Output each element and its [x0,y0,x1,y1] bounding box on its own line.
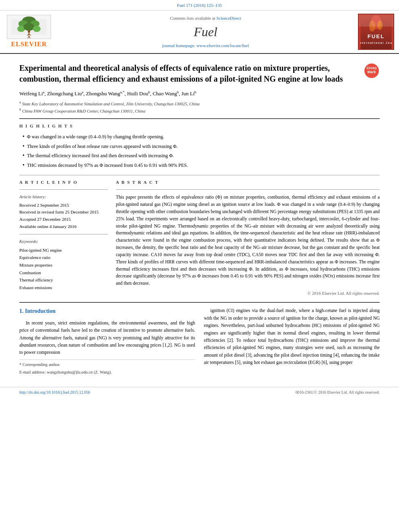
journal-center-info: Contents lists available at ScienceDirec… [53,15,358,49]
article-title: Experimental and theoretical analysis of… [19,63,357,84]
article-info-abstract-cols: A R T I C L E I N F O Article history: R… [19,179,380,296]
corresponding-note: * Corresponding author. [19,362,195,368]
svg-text:An International Journal: An International Journal [360,41,392,44]
keyword-6: Exhaust emissions [19,284,108,292]
article-info-label: A R T I C L E I N F O [19,179,108,185]
author-affiliations: a State Key Laboratory of Automotive Sim… [19,100,380,115]
keywords-label: Keywords: [19,238,108,244]
svg-text:FUEL: FUEL [368,34,385,40]
contents-line: Contents lists available at ScienceDirec… [61,15,350,21]
issn-copyright: 0016-2361/© 2016 Elsevier Ltd. All right… [296,390,380,395]
svg-point-18 [369,21,375,32]
journal-name: Fuel [61,23,350,41]
intro-left-col: 1. Introduction In recent years, strict … [19,307,195,377]
journal-header: ELSEVIER Contents lists available at Sci… [0,10,399,54]
doi-link: http://dx.doi.org/10.1016/j.fuel.2015.12… [19,390,90,395]
affiliation-b: b China FAW Group Cooperation R&D Center… [19,107,380,114]
journal-homepage: journal homepage: www.elsevier.com/locat… [61,43,350,49]
elsevier-brand-label: ELSEVIER [11,40,47,49]
elsevier-logo-block: ELSEVIER [5,15,53,49]
article-info-col: A R T I C L E I N F O Article history: R… [19,179,108,296]
highlight-item-1: Φ was changed in a wide range (0.4–0.9) … [23,132,380,142]
divider-abstract [116,189,380,190]
svg-point-9 [28,31,30,33]
author5: Chao Wangb, [152,90,181,97]
keyword-5: Thermal efficiency [19,276,108,284]
bottom-bar: http://dx.doi.org/10.1016/j.fuel.2015.12… [0,387,399,398]
fuel-logo-box: FUEL An International Journal [358,14,394,50]
divider-info-2 [19,234,108,234]
revised-date: Received in revised form 25 December 201… [19,209,108,216]
keywords-list: Pilot-ignited NG engine Equivalence rati… [19,246,108,292]
svg-point-8 [33,26,41,32]
affiliation-a: a State Key Laboratory of Automotive Sim… [19,100,380,107]
keyword-4: Combustion [19,269,108,277]
abstract-col: A B S T R A C T This paper presents the … [116,179,380,296]
svg-point-7 [23,23,34,31]
author4: Huili Doub, [127,90,152,97]
highlights-section: H I G H L I G H T S Φ was changed in a w… [19,123,380,170]
elsevier-tree-image [7,15,51,39]
author6: Jun Lib [181,90,196,97]
keyword-2: Equivalence ratio [19,254,108,261]
keywords-group: Keywords: Pilot-ignited NG engine Equiva… [19,238,108,292]
abstract-text: This paper presents the effects of equiv… [116,194,380,287]
introduction-heading: 1. Introduction [19,307,195,316]
highlights-list: Φ was changed in a wide range (0.4–0.9) … [19,132,380,170]
section-title: Introduction [25,308,56,314]
author2: Zhongchang Liua, [47,90,86,97]
history-label: Article history: [19,194,108,200]
svg-point-19 [377,21,383,30]
introduction-section: 1. Introduction In recent years, strict … [19,302,380,377]
intro-para-1: In recent years, strict emission regulat… [19,319,195,356]
received-date: Received 2 September 2015 [19,202,108,209]
email-note: E-mail address: wangzhongshu@jlu.edu.cn … [19,369,195,376]
intro-para-2: ignition (CI) engines via the dual-fuel … [204,307,380,366]
copyright-line: © 2016 Elsevier Ltd. All rights reserved… [116,290,380,296]
article-title-section: Experimental and theoretical analysis of… [19,60,380,84]
main-content: Experimental and theoretical analysis of… [0,54,399,383]
keyword-3: Mixture properties [19,261,108,269]
author1: Weifeng Lia, [19,90,47,97]
svg-text:Mark: Mark [367,70,376,74]
introduction-cols: 1. Introduction In recent years, strict … [19,307,380,377]
journal-ref-bar: Fuel 171 (2016) 125–135 [0,0,399,10]
footnote-section: * Corresponding author. E-mail address: … [19,359,195,376]
sciencedirect-link[interactable]: ScienceDirect [216,16,241,21]
divider-after-affil [19,118,380,119]
svg-text:Cross: Cross [366,66,377,70]
intro-right-col: ignition (CI) engines via the dual-fuel … [204,307,380,377]
online-date: Available online 4 January 2016 [19,223,108,230]
highlight-item-2: Three kinds of profiles of heat release … [23,142,380,151]
accepted-date: Accepted 27 December 2015 [19,216,108,223]
article-history-group: Article history: Received 2 September 20… [19,194,108,230]
divider-info-1 [19,189,108,190]
abstract-label: A B S T R A C T [116,179,380,185]
highlight-item-4: THC emissions decreased by 97% as Φ incr… [23,160,380,170]
author3: Zhongshu Wanga,*, [86,90,127,97]
section-number: 1. [19,308,25,314]
divider-after-highlights [19,175,380,175]
highlights-label: H I G H L I G H T S [19,123,380,129]
crossmark-logo: Cross Mark [364,63,380,79]
highlight-item-3: The thermal efficiency increased first a… [23,151,380,160]
keyword-1: Pilot-ignited NG engine [19,246,108,254]
authors-line: Weifeng Lia, Zhongchang Liua, Zhongshu W… [19,89,380,97]
journal-ref: Fuel 171 (2016) 125–135 [177,3,222,8]
